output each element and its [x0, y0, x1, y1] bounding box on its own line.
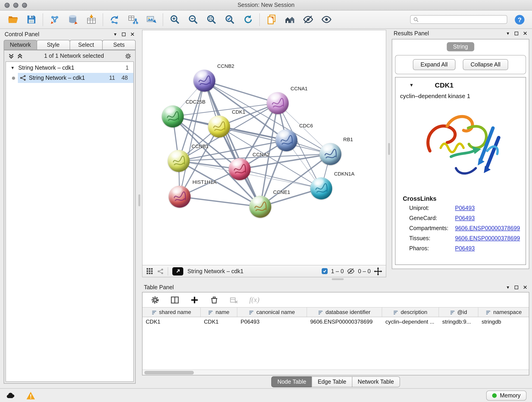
zoom-in-button[interactable] [165, 12, 184, 27]
table-cell[interactable]: 9606.ENSP00000378699 [307, 317, 382, 326]
crosslink-link[interactable]: 9606.ENSP00000378699 [455, 225, 520, 231]
gene-entry-header[interactable]: ▼ CDK1 [395, 77, 526, 91]
table-cell[interactable]: stringdb [478, 317, 529, 326]
panel-float-icon[interactable] [515, 32, 518, 35]
network-node-cdc25b[interactable] [162, 105, 184, 128]
open-session-button[interactable] [4, 12, 22, 27]
table-settings-gear-icon[interactable] [151, 295, 159, 304]
network-share-icon[interactable] [157, 268, 164, 274]
table-cell[interactable]: CDK1 [143, 317, 201, 326]
hide-graphics-button[interactable] [299, 12, 317, 27]
birds-eye-toggle-button[interactable] [172, 267, 183, 275]
panel-close-icon[interactable]: ✕ [523, 284, 527, 291]
network-node-ccna1[interactable] [267, 92, 289, 114]
import-network-database-button[interactable] [64, 12, 82, 27]
help-button[interactable]: ? [514, 13, 526, 26]
tab-edge-table[interactable]: Edge Table [312, 376, 352, 387]
column-header-description[interactable]: description [382, 307, 439, 317]
toolbar-search[interactable] [410, 15, 507, 24]
network-node-hist1h1a[interactable] [169, 186, 191, 208]
pan-crosshair-icon[interactable] [374, 267, 382, 275]
collapse-all-icon[interactable] [8, 52, 15, 59]
network-node-ccna2[interactable] [229, 158, 251, 180]
column-header-name[interactable]: name [201, 307, 237, 317]
panel-menu-icon[interactable]: ▼ [113, 32, 117, 37]
cloud-icon[interactable] [6, 390, 16, 400]
network-node-ccnb2[interactable] [193, 70, 215, 92]
table-cell[interactable]: stringdb:9... [439, 317, 478, 326]
crosslink-link[interactable]: P06493 [455, 245, 475, 252]
column-header-canonical-name[interactable]: canonical name [237, 307, 307, 317]
panel-close-icon[interactable]: ✕ [130, 31, 135, 38]
network-node-ccnb1[interactable] [168, 150, 190, 172]
expand-all-icon[interactable] [17, 52, 23, 59]
collection-expander-icon[interactable]: ▼ [11, 65, 15, 70]
refresh-view-button[interactable] [239, 12, 257, 27]
network-canvas[interactable]: CCNB2CCNA1CDC25BCDK1CDC6RB1CCNB1CCNA2CDK… [143, 30, 386, 265]
table-cell[interactable]: CDK1 [201, 317, 237, 326]
network-node-ccne1[interactable] [249, 196, 271, 218]
table-cell[interactable]: P06493 [237, 317, 307, 326]
warning-icon[interactable] [26, 390, 36, 400]
entry-expander-icon[interactable]: ▼ [409, 83, 414, 88]
column-header-database-identifier[interactable]: database identifier [307, 307, 382, 317]
duplicate-page-button[interactable] [262, 12, 280, 27]
scrollbar-thumb[interactable] [144, 370, 194, 374]
save-session-button[interactable] [22, 12, 40, 27]
network-from-selection-button[interactable] [105, 12, 124, 27]
crosslink-link[interactable]: P06493 [455, 205, 475, 211]
tab-select[interactable]: Select [70, 40, 103, 50]
network-node-cdk1[interactable] [208, 115, 230, 138]
collapse-all-button[interactable]: Collapse All [463, 59, 508, 70]
panel-float-icon[interactable] [515, 286, 518, 289]
selected-checkbox-icon[interactable] [322, 268, 328, 274]
tab-node-table[interactable]: Node Table [272, 376, 312, 387]
horizontal-splitter[interactable] [142, 277, 529, 281]
network-row-selected[interactable]: String Network – cdk1 11 48 [18, 73, 133, 83]
table-horizontal-scrollbar[interactable] [143, 370, 529, 375]
panel-menu-icon[interactable]: ▼ [506, 285, 510, 290]
show-graphics-button[interactable] [317, 12, 336, 27]
network-node-cdkn1a[interactable] [310, 177, 332, 199]
network-collection-row[interactable]: ▼ String Network – cdk1 1 [6, 63, 133, 73]
show-columns-icon[interactable] [171, 295, 179, 304]
export-image-button[interactable] [142, 12, 160, 27]
column-header-shared-name[interactable]: shared name [143, 307, 201, 317]
splitter-handle[interactable] [332, 278, 344, 280]
expand-all-button[interactable]: Expand All [413, 59, 456, 70]
network-edge[interactable] [204, 81, 260, 207]
splitter-handle[interactable] [388, 143, 390, 155]
left-splitter[interactable] [137, 29, 142, 388]
network-edge[interactable] [180, 197, 260, 207]
column-header-namespace[interactable]: namespace [478, 307, 529, 317]
zoom-fit-button[interactable] [202, 12, 220, 27]
delete-column-icon[interactable] [210, 295, 219, 304]
crosslink-link[interactable]: 9606.ENSP00000378699 [455, 235, 520, 242]
tab-string[interactable]: String [447, 42, 474, 51]
column-header--id[interactable]: @id [439, 307, 478, 317]
search-input[interactable] [421, 16, 504, 23]
crosslink-link[interactable]: P06493 [455, 215, 475, 221]
panel-close-icon[interactable]: ✕ [523, 30, 527, 37]
import-network-file-button[interactable] [45, 12, 64, 27]
panel-float-icon[interactable] [122, 32, 126, 36]
tab-network-table[interactable]: Network Table [352, 376, 400, 387]
grid-icon[interactable] [146, 268, 153, 274]
network-edge[interactable] [240, 169, 321, 188]
table-row[interactable]: CDK1CDK1P064939606.ENSP00000378699cyclin… [143, 317, 529, 326]
import-table-button[interactable] [82, 12, 100, 27]
gear-icon[interactable] [125, 52, 132, 59]
table-cell[interactable]: cyclin–dependent ... [382, 317, 439, 326]
panel-menu-icon[interactable]: ▼ [506, 31, 510, 36]
tab-style[interactable]: Style [37, 40, 70, 50]
network-node-rb1[interactable] [319, 143, 341, 165]
add-column-icon[interactable] [190, 295, 199, 304]
memory-button[interactable]: Memory [486, 390, 526, 400]
network-row[interactable]: String Network – cdk1 11 48 [6, 73, 133, 83]
splitter-handle[interactable] [138, 194, 140, 206]
zoom-selected-button[interactable] [220, 12, 239, 27]
network-node-cdc6[interactable] [275, 129, 298, 151]
right-splitter[interactable] [386, 29, 392, 277]
home-view-button[interactable] [280, 12, 299, 27]
tab-sets[interactable]: Sets [102, 40, 136, 50]
